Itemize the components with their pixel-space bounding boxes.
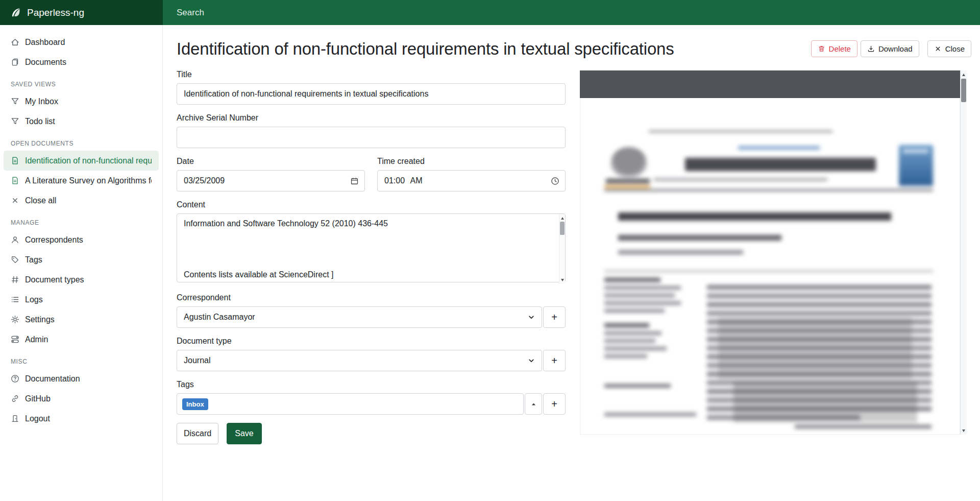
file-text-icon (11, 176, 19, 185)
pdf-page (580, 98, 960, 435)
date-field-group: Date (177, 156, 365, 192)
sidebar-item-correspondents[interactable]: Correspondents (0, 230, 162, 250)
sidebar-item-label: Logs (25, 294, 43, 305)
sidebar-item-my-inbox[interactable]: My Inbox (0, 91, 162, 111)
house-icon (11, 38, 19, 46)
scroll-up-arrow-icon[interactable] (559, 214, 566, 222)
sidebar-item-logout[interactable]: Logout (0, 409, 162, 428)
sidebar-item-admin[interactable]: Admin (0, 329, 162, 349)
tags-dropdown-toggle-button[interactable] (525, 393, 542, 415)
date-input[interactable] (177, 170, 365, 192)
navbar-search-area (163, 0, 980, 25)
correspondent-select[interactable]: Agustin Casamayor (177, 306, 542, 328)
plus-icon: + (551, 312, 557, 323)
sidebar-item-label: Documents (25, 57, 66, 67)
search-input[interactable] (177, 8, 658, 18)
date-label: Date (177, 156, 365, 166)
date-time-row: Date Time created (177, 156, 566, 192)
tags-input[interactable]: Inbox (177, 393, 524, 415)
document-type-select[interactable]: Journal (177, 350, 542, 371)
document-actions: Delete Download Close (811, 40, 971, 57)
x-icon (11, 196, 19, 205)
download-button[interactable]: Download (861, 40, 919, 57)
delete-button[interactable]: Delete (811, 40, 857, 57)
preview-scrollbar[interactable] (960, 70, 967, 435)
sidebar-item-label: Tags (25, 254, 42, 265)
title-input[interactable] (177, 83, 566, 105)
time-created-input[interactable] (377, 170, 566, 192)
sidebar-item-label: Close all (25, 195, 56, 206)
question-circle-icon (11, 374, 19, 383)
document-edit-form: Title Archive Serial Number Date Time cr… (177, 69, 566, 444)
sidebar-item-label: Identification of non-functional require… (25, 155, 152, 166)
correspondent-value: Agustin Casamayor (184, 313, 255, 322)
app-title: Paperless-ng (27, 7, 84, 18)
content-field-group: Content Information and Software Technol… (177, 200, 566, 284)
tags-label: Tags (177, 379, 566, 389)
sidebar-item-document-types[interactable]: Document types (0, 270, 162, 290)
sidebar-item-documentation[interactable]: Documentation (0, 369, 162, 389)
preview-scrollbar-thumb[interactable] (961, 79, 966, 102)
sidebar-item-label: Settings (25, 314, 55, 325)
form-actions: Discard Save (177, 423, 566, 444)
sidebar-item-label: Document types (25, 274, 84, 285)
sidebar-item-documents[interactable]: Documents (0, 52, 162, 72)
app-brand[interactable]: Paperless-ng (0, 0, 163, 25)
scroll-down-arrow-icon[interactable] (961, 427, 967, 434)
correspondent-field-group: Correspondent Agustin Casamayor + (177, 293, 566, 328)
door-icon (11, 414, 19, 423)
close-button[interactable]: Close (927, 40, 971, 57)
sidebar-close-all[interactable]: Close all (0, 190, 162, 210)
sidebar-item-label: My Inbox (25, 96, 58, 107)
correspondent-label: Correspondent (177, 293, 566, 302)
link-icon (11, 394, 19, 403)
time-field-group: Time created (377, 156, 566, 192)
sidebar-item-dashboard[interactable]: Dashboard (0, 32, 162, 52)
save-button[interactable]: Save (227, 423, 261, 444)
add-document-type-button[interactable]: + (543, 350, 566, 371)
caret-up-icon (530, 401, 537, 408)
content-scrollbar[interactable] (559, 214, 565, 284)
sidebar-item-tags[interactable]: Tags (0, 250, 162, 270)
tag-badge-inbox: Inbox (182, 398, 208, 410)
pdf-viewer-toolbar (580, 70, 960, 98)
sidebar-item-todo-list[interactable]: Todo list (0, 111, 162, 131)
document-type-field-group: Document type Journal + (177, 336, 566, 371)
funnel-icon (11, 97, 19, 106)
content-textarea[interactable]: Information and Software Technology 52 (… (177, 213, 566, 282)
sidebar-item-settings[interactable]: Settings (0, 309, 162, 329)
sidebar-heading-misc: MISC (0, 349, 162, 369)
content-scrollbar-thumb[interactable] (560, 222, 565, 235)
tag-icon (11, 255, 19, 264)
document-type-label: Document type (177, 336, 566, 346)
top-navbar: Paperless-ng (0, 0, 980, 25)
title-field-group: Title (177, 69, 566, 105)
sidebar-item-github[interactable]: GitHub (0, 389, 162, 409)
sidebar-item-label: Documentation (25, 373, 80, 384)
sidebar-open-document-1[interactable]: Identification of non-functional require… (4, 151, 159, 171)
sidebar-open-document-2[interactable]: A Literature Survey on Algorithms for Mu… (0, 171, 162, 190)
download-button-label: Download (878, 44, 913, 53)
sidebar-item-label: A Literature Survey on Algorithms for Mu… (25, 175, 152, 186)
sidebar-heading-open-documents: OPEN DOCUMENTS (0, 131, 162, 151)
archive-serial-number-input[interactable] (177, 127, 566, 148)
hash-icon (11, 275, 19, 284)
scroll-down-arrow-icon[interactable] (559, 276, 566, 283)
files-icon (11, 58, 19, 66)
document-preview[interactable] (580, 70, 967, 435)
tags-field-group: Tags Inbox + (177, 379, 566, 415)
sidebar-item-label: Todo list (25, 116, 55, 127)
sidebar-item-label: GitHub (25, 393, 51, 404)
time-created-label: Time created (377, 156, 566, 166)
x-icon (934, 45, 942, 53)
paperless-logo-icon (11, 7, 21, 18)
add-correspondent-button[interactable]: + (543, 306, 566, 328)
add-tag-button[interactable]: + (543, 393, 566, 415)
content-label: Content (177, 200, 566, 209)
sidebar-item-label: Logout (25, 413, 50, 424)
discard-button[interactable]: Discard (177, 423, 218, 444)
sidebar-item-logs[interactable]: Logs (0, 290, 162, 309)
toggles-icon (11, 335, 19, 344)
sidebar-item-label: Admin (25, 334, 48, 345)
scroll-up-arrow-icon[interactable] (961, 71, 967, 78)
